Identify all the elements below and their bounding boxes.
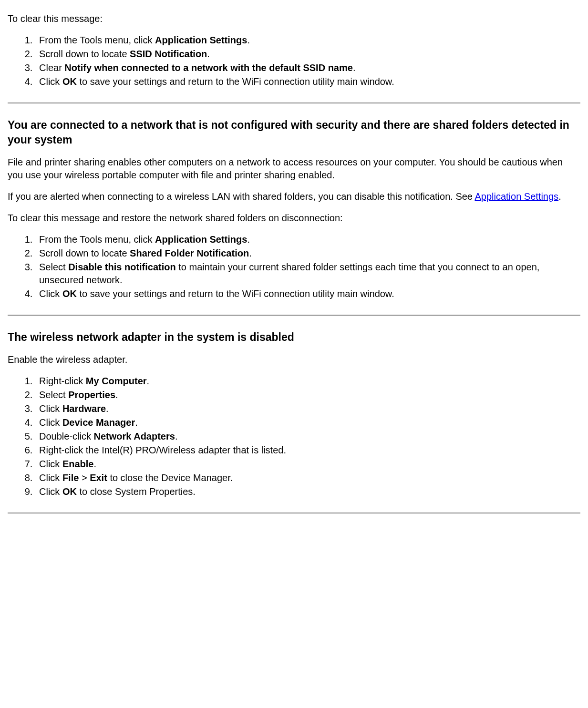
text: Clear [39, 62, 64, 73]
bold-text: My Computer [86, 376, 147, 386]
text: . [247, 234, 250, 245]
text: If you are alerted when connecting to a … [8, 191, 475, 202]
list-item: Double-click Network Adapters. [35, 430, 580, 443]
bold-text: Device Manager [62, 417, 135, 428]
text: . [249, 248, 252, 258]
text: From the Tools menu, click [39, 234, 155, 245]
text: Right-click [39, 376, 86, 386]
text: . [106, 403, 109, 414]
bold-text: Properties [68, 390, 115, 400]
text: . [175, 431, 178, 441]
bold-text: Enable [62, 459, 94, 469]
steps-list-2: From the Tools menu, click Application S… [8, 233, 580, 300]
text: . [207, 49, 210, 59]
text: . [147, 376, 150, 386]
text: Scroll down to locate [39, 248, 130, 258]
list-item: From the Tools menu, click Application S… [35, 34, 580, 47]
list-item: Click Device Manager. [35, 416, 580, 429]
text: Select [39, 390, 68, 400]
text: . [558, 191, 561, 202]
text: Select [39, 262, 68, 272]
paragraph: Enable the wireless adapter. [8, 353, 580, 366]
text: . [93, 459, 96, 469]
text: From the Tools menu, click [39, 35, 155, 45]
text: Click [39, 288, 62, 299]
list-item: From the Tools menu, click Application S… [35, 233, 580, 246]
list-item: Select Properties. [35, 389, 580, 401]
application-settings-link[interactable]: Application Settings [475, 191, 558, 202]
text: . [115, 390, 118, 400]
paragraph: File and printer sharing enables other c… [8, 156, 580, 182]
list-item: Click File > Exit to close the Device Ma… [35, 472, 580, 484]
section-heading: You are connected to a network that is n… [8, 118, 580, 147]
bold-text: Notify when connected to a network with … [64, 62, 353, 73]
text: to save your settings and return to the … [77, 76, 394, 87]
paragraph: If you are alerted when connecting to a … [8, 190, 580, 203]
text: Click [39, 472, 62, 483]
text: Right-click the Intel(R) PRO/Wireless ad… [39, 445, 286, 455]
text: . [135, 417, 138, 428]
bold-text: Exit [90, 472, 107, 483]
bold-text: Application Settings [155, 35, 247, 45]
section-heading: The wireless network adapter in the syst… [8, 330, 580, 345]
text: . [353, 62, 356, 73]
steps-list-3: Right-click My Computer. Select Properti… [8, 375, 580, 498]
list-item: Right-click the Intel(R) PRO/Wireless ad… [35, 444, 580, 457]
list-item: Click OK to save your settings and retur… [35, 287, 580, 300]
bold-text: Disable this notification [68, 262, 176, 272]
list-item: Select Disable this notification to main… [35, 261, 580, 287]
text: Click [39, 76, 62, 87]
text: Double-click [39, 431, 93, 441]
bold-text: OK [62, 486, 77, 497]
text: > [79, 472, 90, 483]
intro-text: To clear this message: [8, 12, 580, 25]
list-item: Scroll down to locate Shared Folder Noti… [35, 247, 580, 260]
bold-text: Network Adapters [93, 431, 175, 441]
bold-text: Application Settings [155, 234, 247, 245]
list-item: Clear Notify when connected to a network… [35, 62, 580, 74]
bold-text: Hardware [62, 403, 106, 414]
text: Click [39, 403, 62, 414]
text: Click [39, 486, 62, 497]
paragraph: To clear this message and restore the ne… [8, 212, 580, 225]
list-item: Scroll down to locate SSID Notification. [35, 48, 580, 61]
bold-text: Shared Folder Notification [130, 248, 249, 258]
text: Scroll down to locate [39, 49, 130, 59]
bold-text: File [62, 472, 79, 483]
text: . [247, 35, 250, 45]
list-item: Click Hardware. [35, 402, 580, 415]
divider [8, 315, 580, 316]
bold-text: OK [62, 288, 77, 299]
bold-text: SSID Notification [130, 49, 207, 59]
divider [8, 103, 580, 103]
text: Click [39, 417, 62, 428]
list-item: Right-click My Computer. [35, 375, 580, 388]
text: to close the Device Manager. [107, 472, 233, 483]
divider [8, 513, 580, 513]
list-item: Click OK to close System Properties. [35, 485, 580, 498]
steps-list-1: From the Tools menu, click Application S… [8, 34, 580, 88]
text: to save your settings and return to the … [77, 288, 394, 299]
bold-text: OK [62, 76, 77, 87]
text: Click [39, 459, 62, 469]
list-item: Click Enable. [35, 458, 580, 471]
text: to close System Properties. [77, 486, 196, 497]
list-item: Click OK to save your settings and retur… [35, 75, 580, 88]
